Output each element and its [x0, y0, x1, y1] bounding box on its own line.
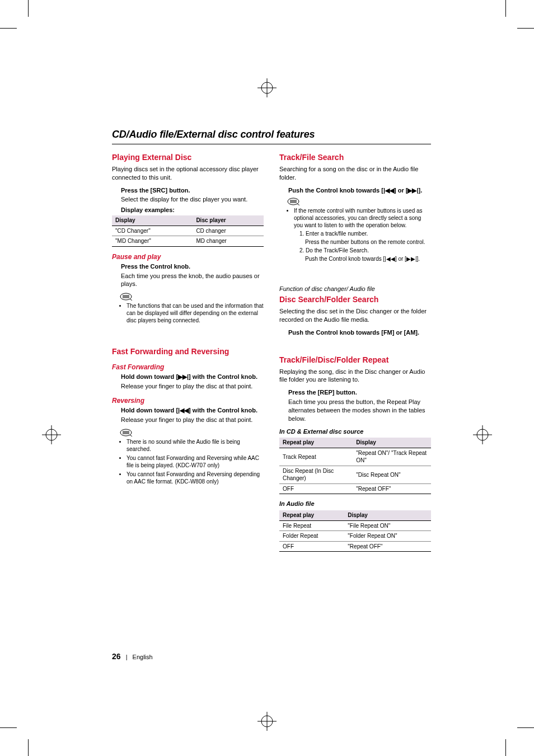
reversing-subhead: Reversing	[112, 396, 264, 405]
note-list: There is no sound while the Audio file i…	[120, 438, 264, 485]
section-track-file-search: Track/File Search	[279, 152, 431, 163]
note-subtext: Push the Control knob towards [|◀◀] or […	[305, 255, 431, 262]
note-substep: 2. Do the Track/File Search.	[299, 247, 431, 254]
section-playing-external-disc: Playing External Disc	[112, 152, 264, 163]
chapter-title: CD/Audio file/External disc control feat…	[112, 129, 431, 140]
right-column: Track/File Search Searching for a song o…	[279, 152, 431, 557]
note-list: If the remote control with number button…	[287, 207, 431, 262]
step-detail: Each time you press the button, the Repe…	[288, 398, 431, 423]
page-footer: 26 | English	[112, 652, 153, 661]
note-icon	[287, 198, 299, 205]
table-cell: Disc Repeat (In Disc Changer)	[279, 466, 353, 483]
content-area: CD/Audio file/External disc control feat…	[112, 129, 431, 557]
intro-text: Replaying the song, disc in the Disc cha…	[279, 368, 431, 384]
crop-mark	[28, 0, 29, 17]
step-detail: Each time you press the knob, the audio …	[121, 272, 264, 289]
table-header: Repeat play	[279, 510, 344, 520]
chapter-rule	[112, 144, 431, 144]
registration-mark-icon	[473, 425, 492, 444]
svg-line-21	[130, 435, 132, 436]
table-cell: Track Repeat	[279, 448, 353, 466]
step-instruction: Press the [REP] button.	[288, 388, 431, 397]
step-block: Press the [REP] button. Each time you pr…	[288, 388, 431, 422]
note-item: There is no sound while the Audio file i…	[127, 438, 264, 453]
section-disc-folder-search: Disc Search/Folder Search	[279, 294, 431, 305]
table-cell: "MD Changer"	[112, 236, 193, 247]
registration-mark-icon	[257, 78, 277, 97]
crop-mark	[28, 739, 29, 756]
registration-mark-icon	[257, 712, 277, 731]
table-cell: "Repeat OFF"	[344, 541, 431, 552]
table-header: Display	[112, 215, 193, 226]
step-block: Push the Control knob towards [FM] or [A…	[288, 328, 431, 337]
intro-text: Selecting the disc set in the Disc chang…	[279, 307, 431, 324]
crop-mark	[517, 727, 534, 728]
crop-mark	[505, 0, 506, 17]
note-subtext: Press the number buttons on the remote c…	[305, 238, 431, 246]
table-cell: "Folder Repeat ON"	[344, 531, 431, 542]
note-icon	[120, 293, 132, 300]
left-column: Playing External Disc Playing discs set …	[112, 152, 264, 557]
svg-line-26	[297, 204, 299, 205]
fast-forwarding-subhead: Fast Forwarding	[112, 363, 264, 372]
step-instruction: Push the Control knob towards [|◀◀] or […	[288, 186, 431, 195]
page: CD/Audio file/External disc control feat…	[0, 0, 534, 756]
registration-mark-icon	[42, 425, 61, 444]
step-instruction: Hold down toward [▶▶|] with the Control …	[121, 373, 264, 381]
step-instruction: Hold down toward [|◀◀] with the Control …	[121, 406, 264, 415]
intro-text: Searching for a song on the disc or in t…	[279, 165, 431, 182]
table-header: Disc player	[193, 215, 264, 226]
step-detail: Release your finger to play the disc at …	[121, 416, 264, 424]
step-block: Hold down toward [▶▶|] with the Control …	[121, 373, 264, 391]
table-header: Display	[353, 438, 431, 448]
repeat-table-audio: Repeat playDisplay File Repeat"File Repe…	[279, 510, 431, 552]
table-cell: "Repeat OFF"	[353, 483, 431, 494]
page-number: 26	[112, 652, 121, 661]
section-repeat: Track/File/Disc/Folder Repeat	[279, 355, 431, 365]
table-cell: OFF	[279, 541, 344, 552]
step-block: Push the Control knob towards [|◀◀] or […	[288, 186, 431, 195]
note-item: The functions that can be used and the i…	[127, 302, 264, 324]
table-cell: Folder Repeat	[279, 531, 344, 542]
note-text: If the remote control with number button…	[294, 208, 423, 228]
separator: |	[126, 654, 128, 660]
crop-mark	[0, 727, 17, 728]
note-item: You cannot fast Forwarding and Reversing…	[127, 471, 264, 485]
step-instruction: Press the [SRC] button.	[121, 186, 264, 195]
step-block: Press the [SRC] button. Select the displ…	[121, 186, 264, 215]
function-label: Function of disc changer/ Audio file	[279, 285, 431, 293]
step-detail: Release your finger to play the disc at …	[121, 382, 264, 391]
note-item: If the remote control with number button…	[294, 207, 431, 262]
table-header: Repeat play	[279, 438, 353, 448]
intro-text: Playing discs set in the optional access…	[112, 165, 264, 182]
pause-play-subhead: Pause and play	[112, 252, 264, 261]
columns: Playing External Disc Playing discs set …	[112, 152, 431, 557]
section-fast-forwarding: Fast Forwarding and Reversing	[112, 346, 264, 357]
crop-mark	[517, 28, 534, 29]
table-label: In CD & External disc source	[279, 428, 431, 436]
step-instruction: Push the Control knob towards [FM] or [A…	[288, 328, 431, 337]
repeat-table-cd: Repeat playDisplay Track Repeat"Repeat O…	[279, 438, 431, 494]
note-item: You cannot fast Forwarding and Reversing…	[127, 454, 264, 469]
crop-mark	[505, 739, 506, 756]
table-header: Display	[344, 510, 431, 520]
table-cell: OFF	[279, 483, 353, 494]
table-cell: "File Repeat ON"	[344, 520, 431, 531]
note-icon	[120, 429, 132, 436]
step-block: Press the Control knob. Each time you pr…	[121, 262, 264, 289]
table-cell: File Repeat	[279, 520, 344, 531]
table-cell: CD changer	[193, 226, 264, 236]
table-label: In Audio file	[279, 500, 431, 508]
step-block: Hold down toward [|◀◀] with the Control …	[121, 406, 264, 424]
display-examples-label: Display examples:	[121, 206, 264, 214]
crop-mark	[0, 28, 17, 29]
note-list: The functions that can be used and the i…	[120, 302, 264, 324]
table-cell: MD changer	[193, 236, 264, 247]
step-instruction: Press the Control knob.	[121, 262, 264, 271]
page-language: English	[133, 654, 153, 660]
table-cell: "CD Changer"	[112, 226, 193, 236]
table-cell: "Disc Repeat ON"	[353, 466, 431, 483]
svg-line-16	[130, 299, 132, 300]
display-examples-table: DisplayDisc player "CD Changer"CD change…	[112, 215, 264, 247]
note-substep: 1. Enter a track/file number.	[299, 230, 431, 237]
